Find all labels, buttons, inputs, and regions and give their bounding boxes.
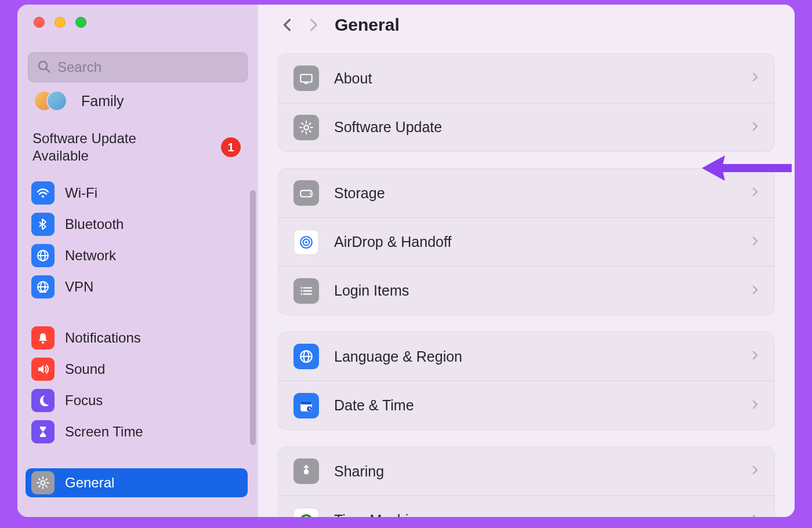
list-icon — [293, 278, 319, 304]
sidebar-scrollbar[interactable] — [250, 190, 256, 445]
chevron-right-icon — [751, 283, 759, 298]
back-button[interactable] — [281, 16, 293, 34]
minimize-button[interactable] — [55, 17, 66, 28]
sidebar: Family Software Update Available 1 Wi-Fi… — [17, 5, 258, 517]
row-label: AirDrop & Handoff — [334, 234, 451, 250]
globe-icon — [293, 344, 319, 369]
row-sharing[interactable]: Sharing — [278, 447, 774, 496]
search-field[interactable] — [28, 52, 248, 82]
calendar-icon — [293, 393, 319, 418]
sidebar-item-general[interactable]: General — [26, 468, 248, 497]
sidebar-item-screen-time[interactable]: Screen Time — [26, 417, 248, 446]
content: AboutSoftware UpdateStorageAirDrop & Han… — [258, 45, 795, 517]
row-login-items[interactable]: Login Items — [278, 266, 774, 315]
sidebar-item-label: Network — [65, 247, 116, 264]
moon-icon — [31, 389, 55, 412]
family-label: Family — [81, 93, 124, 110]
chevron-right-icon — [751, 513, 759, 518]
update-label: Software Update Available — [32, 130, 166, 165]
chevron-right-icon — [751, 398, 759, 413]
wifi-icon — [31, 181, 55, 205]
sidebar-item-label: Screen Time — [65, 424, 143, 440]
chevron-right-icon — [751, 120, 759, 135]
row-about[interactable]: About — [278, 54, 774, 103]
family-avatars — [34, 89, 68, 112]
header: General — [258, 5, 795, 45]
sidebar-item-label: General — [65, 475, 114, 491]
sidebar-item-wi-fi[interactable]: Wi-Fi — [26, 179, 248, 207]
sidebar-item-network[interactable]: Network — [26, 241, 248, 270]
sidebar-item-label: Bluetooth — [65, 216, 124, 232]
row-software-update[interactable]: Software Update — [278, 103, 774, 151]
settings-group: Language & RegionDate & Time — [278, 332, 775, 430]
row-label: About — [334, 70, 372, 87]
settings-window: Family Software Update Available 1 Wi-Fi… — [17, 5, 795, 517]
bluetooth-icon — [31, 213, 55, 236]
search-input[interactable] — [57, 59, 239, 75]
sharing-icon — [293, 458, 319, 484]
gear-icon — [31, 471, 55, 494]
sidebar-item-bluetooth[interactable]: Bluetooth — [26, 210, 248, 239]
settings-group: StorageAirDrop & HandoffLogin Items — [278, 168, 775, 315]
chevron-right-icon — [751, 464, 759, 479]
sidebar-item-family[interactable]: Family — [17, 86, 256, 116]
sidebar-item-label: Sound — [65, 361, 105, 377]
chevron-right-icon — [751, 185, 759, 201]
sidebar-item-label: Focus — [65, 392, 103, 409]
search-icon — [37, 59, 50, 75]
sidebar-item-label: Notifications — [65, 330, 141, 346]
sidebar-item-focus[interactable]: Focus — [26, 386, 248, 415]
about-icon — [293, 65, 319, 91]
speaker-icon — [31, 358, 55, 381]
sidebar-item-sound[interactable]: Sound — [26, 355, 248, 384]
globe-icon — [31, 244, 55, 267]
sidebar-item-notifications[interactable]: Notifications — [26, 323, 248, 352]
row-label: Language & Region — [334, 348, 462, 365]
row-label: Date & Time — [334, 397, 414, 414]
chevron-right-icon — [751, 71, 759, 86]
forward-button[interactable] — [308, 16, 320, 34]
row-label: Sharing — [334, 463, 384, 480]
row-label: Time Machine — [334, 512, 425, 517]
bell-icon — [31, 326, 55, 349]
close-button[interactable] — [34, 17, 45, 28]
timemachine-icon — [293, 508, 319, 518]
airdrop-icon — [293, 230, 319, 255]
titlebar — [17, 5, 258, 39]
row-language-region[interactable]: Language & Region — [278, 332, 774, 381]
main-panel: General AboutSoftware UpdateStorageAirDr… — [258, 5, 795, 517]
chevron-right-icon — [751, 349, 759, 364]
sidebar-item-vpn[interactable]: VPN — [26, 272, 248, 301]
settings-group: AboutSoftware Update — [278, 53, 775, 152]
sidebar-item-label: VPN — [65, 279, 93, 295]
hourglass-icon — [31, 420, 55, 443]
row-label: Storage — [334, 185, 385, 202]
vpn-icon — [31, 275, 55, 298]
row-label: Software Update — [334, 119, 442, 136]
row-storage[interactable]: Storage — [278, 169, 774, 217]
row-airdrop-handoff[interactable]: AirDrop & Handoff — [278, 217, 774, 266]
row-label: Login Items — [334, 282, 409, 299]
gear-icon — [293, 115, 319, 140]
maximize-button[interactable] — [75, 17, 86, 28]
chevron-right-icon — [751, 235, 759, 250]
sidebar-update-notice[interactable]: Software Update Available 1 — [32, 130, 241, 165]
disk-icon — [293, 180, 319, 206]
row-time-machine[interactable]: Time Machine — [278, 496, 774, 517]
row-date-time[interactable]: Date & Time — [278, 381, 774, 429]
settings-group: SharingTime Machine — [278, 446, 775, 517]
sidebar-item-label: Wi-Fi — [65, 185, 97, 201]
update-badge: 1 — [221, 137, 241, 157]
page-title: General — [335, 15, 400, 35]
